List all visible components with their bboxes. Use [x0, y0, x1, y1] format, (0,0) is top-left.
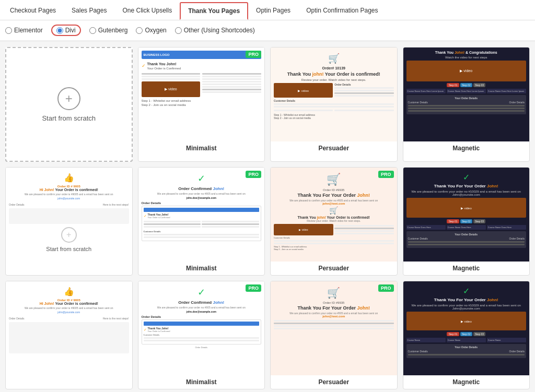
tab-oneclickupsells[interactable]: One Click Upsells: [114, 2, 180, 20]
radio-gutenberg-label: Gutenberg: [98, 27, 128, 34]
radio-gutenberg[interactable]: Gutenberg: [89, 27, 128, 34]
pro-badge-minimalist-1: PRO: [246, 51, 261, 58]
tab-optin[interactable]: Optin Pages: [248, 2, 298, 20]
label-minimalist-1: Minimalist: [138, 141, 265, 155]
tab-checkout[interactable]: Checkout Pages: [2, 2, 64, 20]
tab-optinconfirmation[interactable]: Optin Confirmation Pages: [298, 2, 386, 20]
thumb-magnetic-1: Thank You John! & Congratulations Watch …: [403, 47, 530, 141]
radio-other-label: Other (Using Shortcodes): [184, 27, 255, 34]
template-minimalist-3[interactable]: PRO ✓ Order Confirmed John! We are pleas…: [138, 281, 265, 389]
thumb-hj-2: 👍 Order ID # 9005 Hi John! Your Order is…: [6, 281, 132, 375]
thumb-magnetic-3: ✓ Thank You For Your Order John! We are …: [403, 281, 530, 375]
scratch-card-1[interactable]: + Start from scratch: [5, 47, 133, 162]
template-minimalist-1[interactable]: PRO BUSINESS LOGO ✓ Thank You John! Your…: [138, 47, 265, 162]
radio-other[interactable]: Other (Using Shortcodes): [175, 27, 255, 34]
radio-divi[interactable]: Divi: [51, 25, 81, 36]
thumb-magnetic-2: ✓ Thank You For Your Order John! We are …: [403, 168, 530, 262]
label-minimalist-2: Minimalist: [138, 262, 265, 275]
label-magnetic-2: Magnetic: [403, 262, 530, 275]
pro-badge-persuader-2: PRO: [378, 171, 394, 178]
plus-icon-1: +: [57, 87, 80, 110]
template-minimalist-2[interactable]: PRO ✓ Order Confirmed John! We are pleas…: [138, 167, 265, 276]
radio-oxygen[interactable]: Oxygen: [136, 27, 166, 34]
scratch-label-1: Start from scratch: [42, 114, 96, 122]
pro-badge-minimalist-2: PRO: [246, 171, 261, 178]
builder-radio-bar: Elementor Divi Gutenberg Oxygen Other (U…: [0, 20, 535, 41]
thumb-minimalist-2: PRO ✓ Order Confirmed John! We are pleas…: [138, 168, 265, 262]
template-magnetic-2[interactable]: ✓ Thank You For Your Order John! We are …: [403, 167, 530, 276]
radio-elementor[interactable]: Elementor: [5, 27, 43, 34]
thumb-hj-1: 👍 Order ID # 9005 Hi John! Your Order is…: [6, 168, 132, 262]
thumb-persuader-2: PRO 🛒 Order ID #9935 Thank You For Your …: [271, 168, 397, 262]
template-magnetic-1[interactable]: Thank You John! & Congratulations Watch …: [403, 47, 530, 162]
pro-badge-persuader-3: PRO: [378, 284, 394, 292]
thumb-persuader-1: 🛒 Order# 10139 Thank You john! Your Orde…: [271, 47, 397, 141]
label-persuader-3: Persuader: [271, 375, 397, 389]
radio-elementor-label: Elementor: [14, 27, 43, 34]
radio-divi-label: Divi: [65, 27, 76, 34]
template-hj-2[interactable]: 👍 Order ID # 9005 Hi John! Your Order is…: [5, 281, 133, 389]
template-persuader-3[interactable]: PRO 🛒 Order ID #9935 Thank You For Your …: [270, 281, 398, 389]
template-persuader-2[interactable]: PRO 🛒 Order ID #9935 Thank You For Your …: [270, 167, 398, 276]
label-persuader-1: Persuader: [271, 141, 397, 155]
template-hj-1[interactable]: 👍 Order ID # 9005 Hi John! Your Order is…: [5, 167, 133, 276]
tab-sales[interactable]: Sales Pages: [64, 2, 114, 20]
template-persuader-1[interactable]: 🛒 Order# 10139 Thank You john! Your Orde…: [270, 47, 398, 162]
radio-oxygen-label: Oxygen: [145, 27, 166, 34]
thumb-minimalist-1: PRO BUSINESS LOGO ✓ Thank You John! Your…: [138, 47, 265, 141]
label-magnetic-3: Magnetic: [403, 375, 530, 389]
thumb-minimalist-3: PRO ✓ Order Confirmed John! We are pleas…: [138, 281, 265, 375]
label-minimalist-3: Minimalist: [138, 375, 265, 389]
templates-grid: + Start from scratch PRO BUSINESS LOGO ✓…: [0, 42, 535, 392]
label-magnetic-1: Magnetic: [403, 141, 530, 155]
label-persuader-2: Persuader: [271, 262, 397, 275]
tab-thankyou[interactable]: Thank You Pages: [180, 2, 248, 20]
template-magnetic-3[interactable]: ✓ Thank You For Your Order John! We are …: [403, 281, 530, 389]
thumb-persuader-3: PRO 🛒 Order ID #9935 Thank You For Your …: [271, 281, 397, 375]
pro-badge-minimalist-3: PRO: [246, 284, 261, 292]
page-tabs: Checkout Pages Sales Pages One Click Ups…: [0, 0, 535, 20]
